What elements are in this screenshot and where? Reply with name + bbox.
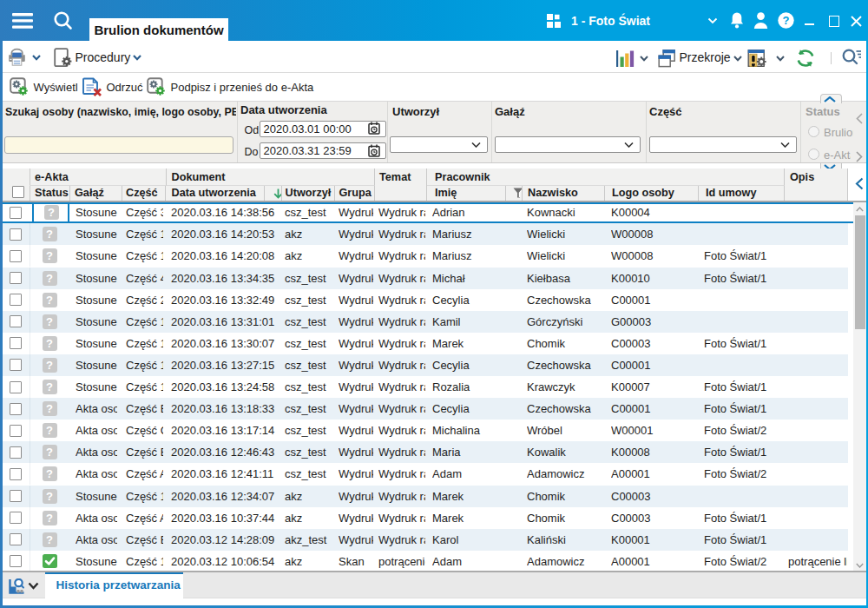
svg-text:?: ?	[783, 14, 790, 27]
